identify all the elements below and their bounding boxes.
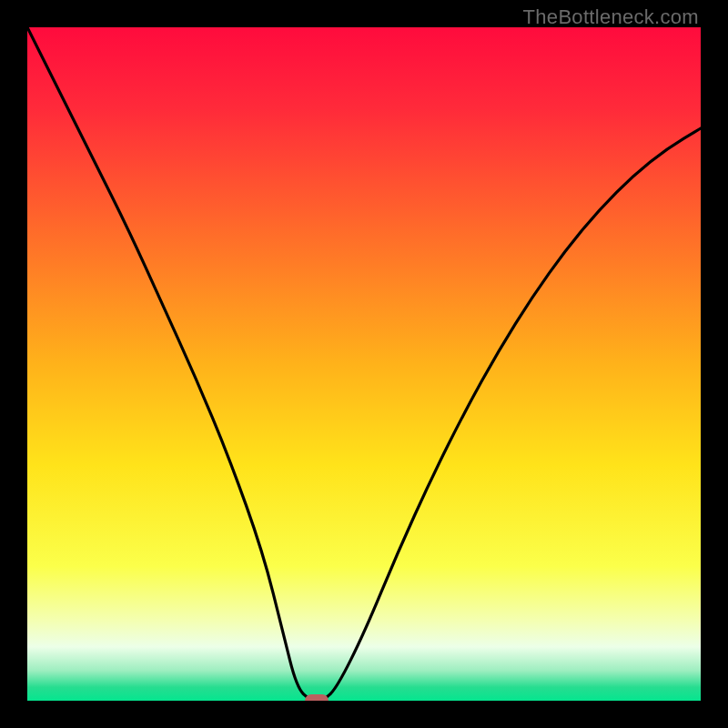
chart-frame: TheBottleneck.com <box>0 0 728 728</box>
bottleneck-curve <box>27 27 701 701</box>
optimal-marker <box>305 694 329 701</box>
watermark-text: TheBottleneck.com <box>523 5 699 29</box>
curve-layer <box>27 27 701 701</box>
plot-area <box>27 27 701 701</box>
